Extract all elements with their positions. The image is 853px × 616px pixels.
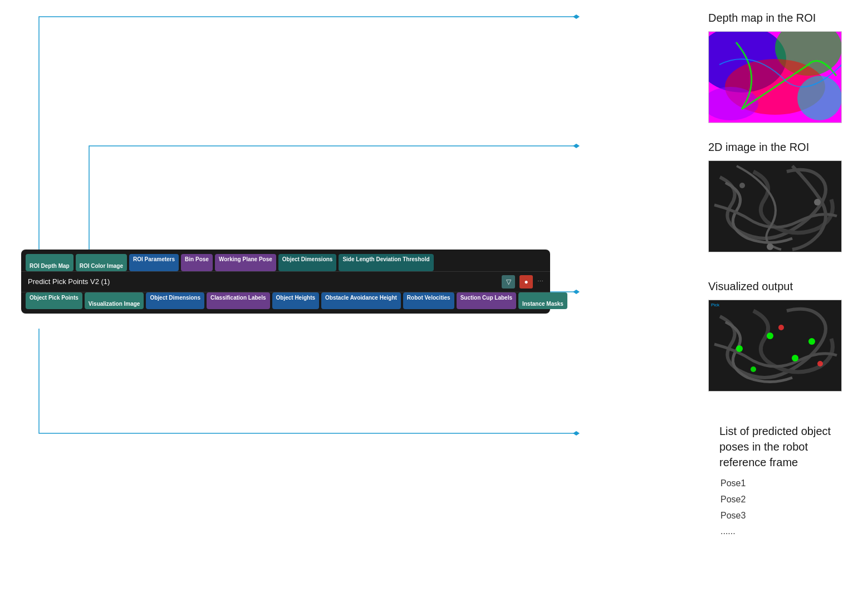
input-port-object-dimensions: Object Dimensions [278, 254, 337, 271]
svg-point-22 [817, 361, 823, 366]
annotation-2d-image: 2D image in the ROI [708, 139, 842, 252]
svg-marker-3 [573, 290, 580, 294]
pose-item: Pose3 [720, 508, 842, 524]
pose-item: Pose1 [720, 476, 842, 492]
output-port-robot-velocities: Robot Velocities [403, 292, 454, 310]
output-port-classification-labels: Classification Labels [207, 292, 269, 310]
pose-item: ...... [720, 524, 842, 540]
2d-image [708, 160, 842, 252]
node-inputs: ROI Depth MapROI Color ImageROI Paramete… [21, 250, 550, 271]
output-port-suction-cup-labels: Suction Cup Labels [457, 292, 516, 310]
depth-map-label: Depth map in the ROI [708, 10, 831, 26]
input-port-working-plane-pose: Working Plane Pose [215, 254, 276, 271]
node-title: Predict Pick Points V2 (1) [28, 277, 110, 286]
depth-map-visual [708, 31, 842, 123]
input-port-roi-depth-map: ROI Depth Map [26, 254, 73, 271]
annotation-depth-map: Depth map in the ROI [708, 10, 842, 123]
annotation-poses: List of predicted object poses in the ro… [719, 423, 842, 540]
node-predict-pick-points: ROI Depth MapROI Color ImageROI Paramete… [21, 250, 550, 314]
record-button[interactable]: ● [519, 275, 533, 289]
svg-point-17 [767, 333, 773, 339]
poses-list: Pose1Pose2Pose3...... [720, 476, 842, 540]
svg-marker-1 [573, 14, 580, 19]
node-outputs: Object Pick PointsVisualization ImageObj… [21, 292, 550, 314]
input-port-side-length-deviation-threshold: Side Length Deviation Threshold [339, 254, 433, 271]
input-port-roi-parameters: ROI Parameters [129, 254, 179, 271]
input-port-roi-color-image: ROI Color Image [76, 254, 127, 271]
output-port-object-dimensions: Object Dimensions [146, 292, 204, 310]
node-icons: ▽ ● ⋯ [502, 275, 543, 289]
node-title-bar: Predict Pick Points V2 (1) ▽ ● ⋯ [21, 272, 550, 292]
svg-marker-2 [573, 144, 580, 148]
visualized-label: Visualized output [708, 278, 831, 294]
visualized-image: Pick [708, 300, 842, 392]
svg-point-16 [736, 345, 743, 352]
output-port-object-pick-points: Object Pick Points [26, 292, 82, 310]
output-visual: Pick [709, 300, 841, 392]
svg-marker-4 [573, 431, 580, 436]
cables-visual [709, 160, 841, 252]
output-port-object-heights: Object Heights [272, 292, 320, 310]
depth-map-image [708, 31, 842, 123]
collapse-button[interactable]: ▽ [502, 275, 515, 289]
svg-point-18 [792, 355, 798, 361]
pose-item: Pose2 [720, 492, 842, 508]
svg-point-14 [767, 243, 773, 250]
svg-text:Pick: Pick [711, 302, 720, 307]
node-extra-icon: ⋯ [537, 278, 543, 285]
output-port-obstacle-avoidance-height: Obstacle Avoidance Height [321, 292, 401, 310]
output-port-visualization-image: Visualization Image [85, 292, 144, 310]
poses-label: List of predicted object poses in the ro… [719, 423, 842, 470]
svg-point-13 [739, 183, 745, 188]
output-port-instance-masks: Instance Masks [518, 292, 567, 310]
svg-point-19 [808, 338, 815, 345]
2d-image-label: 2D image in the ROI [708, 139, 831, 155]
input-port-bin-pose: Bin Pose [181, 254, 213, 271]
svg-point-12 [814, 199, 821, 206]
annotation-visualized: Visualized output Pick [708, 278, 842, 392]
svg-point-21 [778, 325, 784, 330]
svg-point-20 [751, 366, 756, 372]
